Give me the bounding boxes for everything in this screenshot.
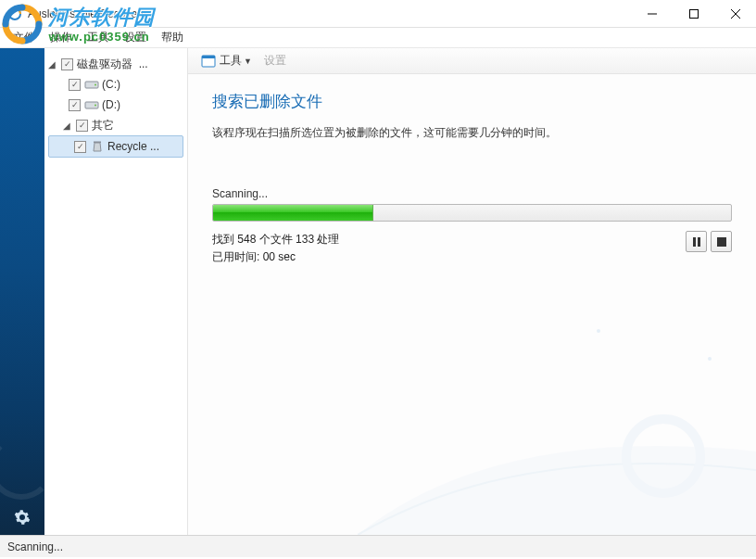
tree-node-recycle[interactable]: ✓ Recycle ... (50, 136, 183, 157)
svg-rect-15 (693, 237, 696, 247)
menu-settings[interactable]: 设置 (117, 28, 154, 47)
window-maximize-button[interactable] (673, 0, 714, 27)
tree-node-drive-d[interactable]: ✓ (D:) (44, 95, 187, 115)
tree-node-drive-c[interactable]: ✓ (C:) (44, 74, 187, 95)
menu-action[interactable]: 操作 (43, 28, 80, 47)
elapsed-time-text: 已用时间: 00 sec (212, 248, 686, 266)
menu-file[interactable]: 文件 (6, 28, 43, 47)
scan-progress-bar (212, 204, 732, 222)
window-title: Auslogics File Recovery (28, 7, 631, 20)
svg-rect-14 (202, 56, 215, 58)
expander-icon[interactable]: ◢ (61, 121, 72, 131)
checkbox[interactable]: ✓ (69, 99, 81, 111)
toolbar-settings-button[interactable]: 设置 (258, 51, 292, 70)
menu-tools[interactable]: 工具 (80, 28, 117, 47)
menubar: 文件 操作 工具 设置 帮助 (0, 28, 756, 48)
scan-description: 该程序现在扫描所选位置为被删除的文件，这可能需要几分钟的时间。 (212, 125, 732, 141)
menu-help[interactable]: 帮助 (154, 28, 191, 47)
window-minimize-button[interactable] (631, 0, 673, 27)
stop-button[interactable] (711, 231, 732, 252)
tree-node-other[interactable]: ◢ ✓ 其它 (44, 115, 187, 135)
recycle-icon (90, 140, 105, 153)
expander-icon[interactable]: ◢ (46, 59, 57, 70)
content-area: 工具 ▼ 设置 搜索已删除文件 该程序现在扫描所选位置为被删除的文件，这可能需要… (188, 48, 756, 535)
found-files-text: 找到 548 个文件 133 处理 (212, 231, 686, 248)
settings-gear-icon[interactable] (14, 509, 31, 526)
tree-node-disk-drives[interactable]: ◢ ✓ 磁盘驱动器 ... (44, 54, 187, 74)
drive-icon (84, 98, 99, 111)
drive-tree: ◢ ✓ 磁盘驱动器 ... ✓ (C:) ✓ (D:) ◢ ✓ 其它 ✓ Rec… (44, 48, 188, 535)
scan-heading: 搜索已删除文件 (212, 91, 732, 112)
status-bar: Scanning... (0, 535, 756, 557)
app-icon (7, 6, 22, 21)
pause-button[interactable] (686, 231, 707, 252)
dropdown-icon: ▼ (244, 57, 253, 66)
drive-icon (84, 78, 99, 91)
scanning-label: Scanning... (212, 187, 732, 200)
status-text: Scanning... (7, 540, 63, 553)
svg-point-6 (94, 84, 96, 86)
content-toolbar: 工具 ▼ 设置 (188, 48, 756, 74)
svg-point-8 (94, 105, 96, 107)
window-titlebar: Auslogics File Recovery (0, 0, 756, 28)
checkbox[interactable]: ✓ (69, 79, 81, 91)
side-panel (0, 48, 44, 535)
checkbox[interactable]: ✓ (74, 141, 86, 153)
scan-progress-fill (213, 205, 373, 221)
checkbox[interactable]: ✓ (61, 58, 73, 70)
window-close-button[interactable] (714, 0, 756, 27)
toolbar-tools-button[interactable]: 工具 ▼ (195, 51, 258, 70)
window-icon (201, 54, 216, 69)
svg-rect-17 (717, 237, 726, 247)
svg-rect-2 (689, 9, 698, 18)
svg-rect-9 (94, 142, 101, 144)
svg-rect-16 (698, 237, 700, 247)
checkbox[interactable]: ✓ (76, 120, 88, 132)
